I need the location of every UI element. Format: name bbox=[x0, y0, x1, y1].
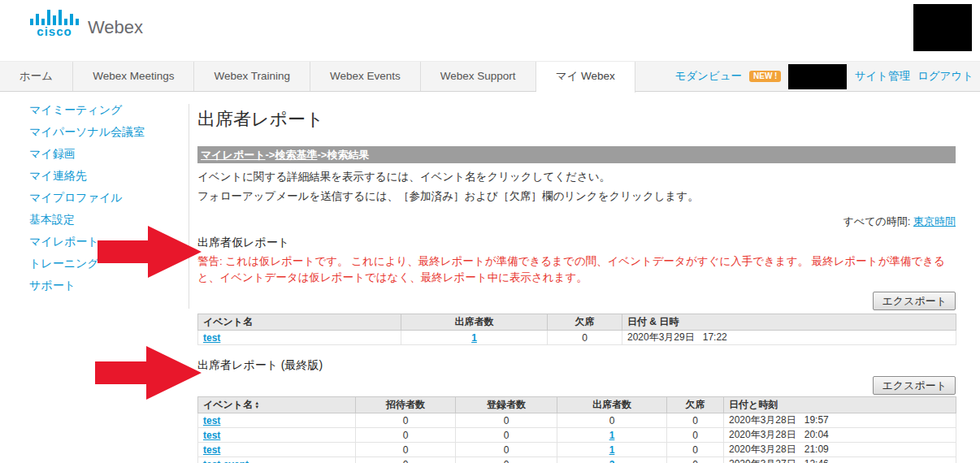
date-time-cell: 2020年3月28日 20:04 bbox=[724, 428, 956, 443]
event-link[interactable]: test bbox=[203, 415, 220, 426]
registered-count-cell: 0 bbox=[456, 413, 557, 428]
column-header: イベント名▲▼ bbox=[198, 397, 356, 413]
breadcrumb-my-reports-link[interactable]: マイレポート bbox=[201, 149, 266, 161]
absent-count-cell: 0 bbox=[667, 443, 724, 457]
table-row: test00002020年3月28日 19:57 bbox=[198, 413, 956, 428]
breadcrumb-current: 検索結果 bbox=[327, 149, 369, 161]
sort-down-glyph: ▼ bbox=[254, 405, 259, 409]
main-content: 出席者レポート マイレポート->検索基準->検索結果 イベントに関する詳細結果を… bbox=[197, 97, 956, 463]
top-nav: ホームWebex MeetingsWebex TrainingWebex Eve… bbox=[0, 61, 980, 92]
export-row-1: エクスポート bbox=[197, 292, 956, 310]
preliminary-report-heading: 出席者仮レポート bbox=[197, 236, 956, 250]
event-link[interactable]: test bbox=[203, 430, 220, 441]
attended-count-link[interactable]: 1 bbox=[609, 430, 615, 441]
nav-utility: モダンビュー NEW ! サイト管理 ログアウト bbox=[674, 62, 980, 91]
sidebar-link-7[interactable]: トレーニング bbox=[29, 257, 99, 270]
timezone-label: すべての時間: bbox=[843, 215, 911, 227]
logout-link[interactable]: ログアウト bbox=[917, 69, 973, 84]
sidebar-item: マイミーティング bbox=[29, 99, 189, 121]
attended-count-cell: 1 bbox=[557, 443, 667, 457]
sidebar-item: マイプロファイル bbox=[29, 187, 189, 209]
final-report-table: イベント名▲▼招待者数登録者数出席者数欠席日付と時刻 test00002020年… bbox=[197, 396, 956, 463]
invited-count-cell: 0 bbox=[356, 428, 456, 443]
modern-view-link[interactable]: モダンビュー bbox=[674, 69, 742, 84]
description-line-2: フォローアップメールを送信するには、［参加済み］および［欠席］欄のリンクをクリッ… bbox=[197, 189, 705, 204]
event-name-cell: test event bbox=[198, 457, 356, 463]
cisco-bars-icon bbox=[29, 8, 80, 26]
sidebar-link-5[interactable]: 基本設定 bbox=[29, 213, 75, 226]
webex-wordmark: Webex bbox=[88, 18, 143, 37]
sidebar-link-4[interactable]: マイプロファイル bbox=[29, 191, 123, 204]
column-header: 出席者数 bbox=[557, 397, 667, 413]
sidebar-divider bbox=[189, 104, 189, 309]
attended-count-link[interactable]: 2 bbox=[609, 459, 615, 463]
sidebar-link-6[interactable]: マイレポート bbox=[29, 235, 99, 248]
invited-count-cell: 0 bbox=[356, 443, 456, 457]
nav-tab-2[interactable]: Webex Training bbox=[194, 62, 310, 91]
absent-count-cell: 0 bbox=[667, 457, 724, 463]
event-name-cell: test bbox=[198, 443, 356, 457]
sidebar-link-3[interactable]: マイ連絡先 bbox=[29, 169, 87, 182]
export-button-2[interactable]: エクスポート bbox=[873, 376, 956, 395]
invited-count-cell: 0 bbox=[356, 457, 456, 463]
nav-tab-1[interactable]: Webex Meetings bbox=[73, 62, 194, 91]
export-button-1[interactable]: エクスポート bbox=[873, 292, 956, 310]
absent-count-cell: 0 bbox=[667, 413, 724, 428]
event-link[interactable]: test bbox=[203, 444, 220, 456]
attended-count-cell: 1 bbox=[401, 331, 548, 345]
date-time-cell: 2020年3月29日 17:22 bbox=[622, 331, 956, 345]
absent-count-cell: 0 bbox=[548, 331, 622, 345]
breadcrumb-search-criteria-link[interactable]: 検索基準 bbox=[275, 149, 317, 161]
column-header: 出席者数 bbox=[401, 314, 548, 331]
sidebar-item: マイ連絡先 bbox=[29, 165, 189, 187]
attended-count-cell: 0 bbox=[557, 413, 667, 428]
timezone-row: すべての時間: 東京時間 bbox=[197, 214, 956, 229]
registered-count-cell: 0 bbox=[456, 457, 557, 463]
invited-count-cell: 0 bbox=[356, 413, 456, 428]
webex-logo: cisco Webex bbox=[29, 8, 143, 37]
nav-tab-5[interactable]: マイ Webex bbox=[536, 62, 635, 93]
nav-tab-3[interactable]: Webex Events bbox=[310, 62, 421, 91]
redaction-box bbox=[913, 4, 972, 51]
attended-count-link[interactable]: 1 bbox=[471, 332, 477, 344]
sidebar-item: マイパーソナル会議室 bbox=[29, 121, 189, 143]
absent-count-cell: 0 bbox=[667, 428, 724, 443]
date-time-cell: 2020年3月28日 19:57 bbox=[724, 413, 956, 428]
description-line-1: イベントに関する詳細結果を表示するには、イベント名をクリックしてください。 bbox=[197, 171, 956, 184]
timezone-link[interactable]: 東京時間 bbox=[913, 215, 956, 227]
attended-count-cell: 2 bbox=[557, 457, 667, 463]
breadcrumb-separator: -> bbox=[317, 149, 327, 161]
sidebar-link-2[interactable]: マイ録画 bbox=[29, 147, 76, 160]
sidebar-link-1[interactable]: マイパーソナル会議室 bbox=[29, 125, 145, 138]
sidebar-link-8[interactable]: サポート bbox=[29, 279, 76, 292]
date-time-cell: 2020年3月28日 21:09 bbox=[724, 443, 956, 457]
redaction-box bbox=[788, 64, 847, 89]
sort-icon[interactable]: ▲▼ bbox=[254, 401, 259, 409]
red-arrow-annotation-2 bbox=[95, 346, 202, 400]
table-row: test00102020年3月28日 20:04 bbox=[198, 428, 956, 443]
page-title: 出席者レポート bbox=[197, 107, 956, 132]
preliminary-report-table: イベント名出席者数欠席日付 & 日時 test102020年3月29日 17:2… bbox=[197, 314, 956, 345]
final-table-body: test00002020年3月28日 19:57test00102020年3月2… bbox=[198, 413, 956, 463]
event-link[interactable]: test bbox=[203, 332, 220, 344]
sidebar-link-0[interactable]: マイミーティング bbox=[29, 103, 122, 116]
nav-tab-4[interactable]: Webex Support bbox=[421, 62, 536, 91]
attended-count-cell: 1 bbox=[557, 428, 667, 443]
breadcrumb-separator: -> bbox=[266, 149, 275, 161]
sidebar-item: マイ録画 bbox=[29, 143, 189, 165]
attended-count-link[interactable]: 1 bbox=[609, 444, 615, 456]
column-header: 招待者数 bbox=[356, 397, 456, 413]
final-report-heading: 出席者レポート (最終版) bbox=[197, 358, 956, 373]
event-link[interactable]: test event bbox=[203, 459, 249, 463]
table-header-row: イベント名出席者数欠席日付 & 日時 bbox=[198, 314, 956, 331]
nav-tab-0[interactable]: ホーム bbox=[0, 62, 73, 91]
column-header: 日付 & 日時 bbox=[622, 314, 956, 331]
preliminary-table-body: test102020年3月29日 17:22 bbox=[198, 331, 956, 345]
sidebar-item: サポート bbox=[29, 275, 189, 296]
event-name-cell: test bbox=[198, 331, 401, 345]
site-admin-link[interactable]: サイト管理 bbox=[854, 69, 909, 84]
export-row-2: エクスポート bbox=[197, 376, 956, 395]
column-header: 欠席 bbox=[548, 314, 622, 331]
cisco-wordmark: cisco bbox=[37, 26, 72, 37]
breadcrumb: マイレポート->検索基準->検索結果 bbox=[197, 146, 956, 163]
